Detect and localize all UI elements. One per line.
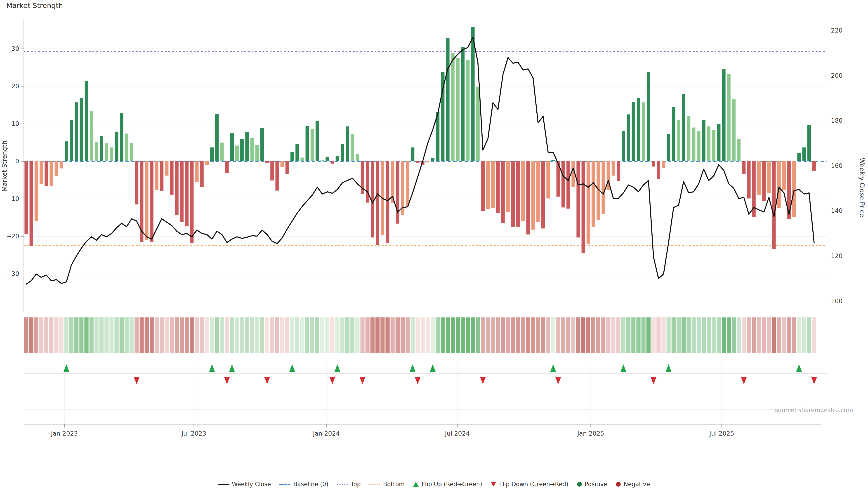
date-tick-label: Jan 2025: [577, 430, 604, 437]
flip-up-icon: [550, 364, 556, 372]
heatmap-cell: [642, 318, 646, 353]
heatmap-cell: [541, 318, 545, 353]
strength-bar: [692, 128, 695, 161]
strength-bar: [637, 98, 640, 161]
left-axis-title: Market Strength: [1, 140, 8, 192]
strength-bar: [200, 161, 204, 187]
strength-bar: [331, 161, 334, 164]
heatmap-cell: [697, 318, 701, 353]
strength-bar: [737, 139, 741, 161]
heatmap-cell: [325, 318, 329, 353]
strength-bar: [657, 161, 660, 180]
heatmap-cell: [170, 318, 174, 353]
strength-bar: [55, 161, 58, 176]
strength-bar: [582, 161, 585, 253]
heatmap-cell: [651, 318, 655, 353]
strength-bars: [24, 27, 816, 253]
heatmap-cell: [802, 318, 806, 353]
strength-bar: [647, 72, 650, 161]
heatmap-cell: [69, 318, 73, 353]
heatmap-cell: [621, 318, 625, 353]
heatmap-cell: [125, 318, 129, 353]
date-axis: Jan 2023Jul 2023Jan 2024Jul 2024Jan 2025…: [51, 424, 734, 437]
strength-bar: [456, 58, 460, 161]
strength-bar: [551, 160, 555, 161]
right-tick-label: 220: [831, 27, 843, 34]
heatmap-cell: [601, 318, 605, 353]
strength-bar: [727, 74, 730, 161]
strength-bar: [130, 143, 133, 161]
heatmap-cell: [576, 318, 580, 353]
heatmap-cell: [104, 318, 108, 353]
strength-bar: [311, 129, 314, 161]
strength-bar: [225, 161, 228, 173]
heatmap-cell: [250, 318, 254, 353]
strength-bar: [566, 161, 570, 208]
strength-bar: [486, 161, 490, 209]
strength-bar: [306, 126, 309, 161]
heatmap-cell: [747, 318, 751, 353]
heatmap-cell: [280, 318, 284, 353]
market-strength-chart: 3020100−10−20−30Market Strength220200180…: [0, 0, 868, 488]
strength-bar: [612, 161, 615, 175]
strength-bar: [406, 161, 409, 206]
strength-bar: [145, 161, 148, 240]
flip-up-icon: [796, 364, 802, 372]
flip-down-icon: [415, 377, 421, 384]
heatmap-cell: [405, 318, 410, 353]
heatmap-cell: [200, 318, 204, 353]
heatmap-cell: [225, 318, 229, 353]
legend-label: Negative: [624, 481, 650, 488]
heatmap-cell: [546, 318, 550, 353]
strength-bar: [587, 161, 590, 244]
heatmap-cell: [290, 318, 294, 353]
strength-bar: [617, 161, 620, 181]
date-tick-label: Jan 2023: [51, 430, 78, 437]
heatmap-cell: [672, 318, 676, 353]
right-axis: 220200180160140120100Weekly Close Price: [831, 27, 866, 304]
strength-bar: [275, 161, 279, 191]
marker-panels: [24, 361, 827, 424]
strength-bar: [802, 148, 806, 161]
strength-bar: [240, 139, 244, 161]
heatmap-cell: [260, 318, 264, 353]
flip-down-markers: [134, 377, 817, 384]
heatmap-cell: [666, 318, 671, 353]
strength-bar: [652, 161, 655, 166]
heatmap-cell: [366, 318, 370, 353]
heatmap-cell: [436, 318, 440, 353]
strength-bar: [717, 124, 720, 161]
strength-bar: [697, 131, 700, 161]
strength-bar: [491, 161, 495, 208]
strength-bar: [346, 127, 349, 161]
heatmap-cell: [370, 318, 375, 353]
strength-bar: [461, 47, 465, 161]
heatmap-cell: [120, 318, 124, 353]
strength-bar: [511, 161, 515, 227]
strength-bar: [80, 98, 83, 161]
heatmap-cell: [54, 318, 58, 353]
left-tick-label: 10: [11, 120, 19, 127]
left-axis: 3020100−10−20−30Market Strength: [1, 45, 24, 278]
strength-bar: [115, 132, 118, 161]
strength-bar: [687, 116, 690, 161]
strength-bar: [667, 134, 670, 161]
left-tick-label: 30: [11, 45, 19, 52]
heatmap-cell: [215, 318, 219, 353]
strength-bar: [255, 145, 259, 161]
heatmap-cell: [471, 318, 475, 353]
heatmap-cell: [461, 318, 465, 353]
heatmap-cell: [94, 318, 98, 353]
heatmap-cell: [115, 318, 119, 353]
strength-bar: [496, 161, 500, 213]
strength-bar: [270, 161, 274, 181]
strength-bar: [155, 161, 158, 190]
heatmap-cell: [310, 318, 314, 353]
date-tick-label: Jul 2024: [444, 430, 470, 437]
heatmap-cell: [712, 318, 716, 353]
heatmap-cell: [255, 318, 259, 353]
strength-bar: [662, 161, 665, 168]
strength-bar: [571, 161, 575, 187]
heatmap-cell: [385, 318, 390, 353]
legend-circle-neg-icon: [616, 482, 621, 487]
